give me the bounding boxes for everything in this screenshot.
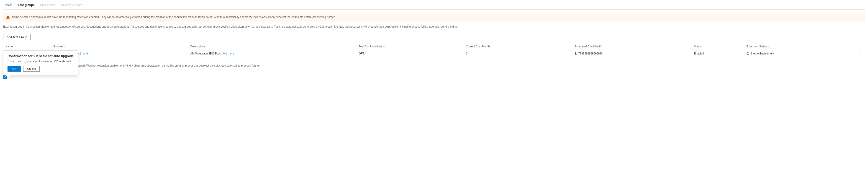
row-extension-status: 3 Auto Enablement [751,52,774,55]
sort-icon: ↑↓ [64,46,66,48]
warning-text: Some selected endpoints do not have the … [12,16,335,19]
row-destinations-more-link[interactable]: + 1 more [223,52,234,55]
row-current-cost: 0 [464,50,572,57]
table-row: SCFAC Vnet1(anujaintopo) + 2 more AMAInt… [3,50,865,57]
tab-test-groups[interactable]: Test groups [17,2,35,9]
col-estimated-cost[interactable]: Estimated Cost/Month↑↓ [572,43,692,50]
row-status: Enabled [692,50,744,57]
ok-button[interactable]: OK [7,66,21,71]
row-estimated-cost: $1.7999999999999998 [572,50,692,57]
tab-create-alert: Create alert [40,2,56,9]
sort-icon: ↑↓ [768,46,770,48]
popover-text: Confirm auto upgradation for selected VM… [7,60,73,63]
sort-icon: ↑↓ [491,46,493,48]
sort-icon: ↑↓ [383,46,385,48]
col-extension-status[interactable]: Extension Status↑↓ [744,43,857,50]
svg-rect-0 [8,17,8,18]
col-sources[interactable]: Sources↑↓ [51,43,188,50]
col-test-configurations[interactable]: Test Configurations↑↓ [356,43,464,50]
add-test-group-button[interactable]: Add Test Group [3,34,31,40]
tab-row: Basics Test groups Create alert Review +… [3,2,865,9]
col-current-cost[interactable]: Current Cost/Month↑↓ [464,43,572,50]
enable-extension-label: Enable Network watcher extension i [3,70,865,74]
sort-icon: ↑↓ [206,46,208,48]
row-test-configurations: GFTJ [356,50,464,57]
sort-icon: ↑↓ [703,46,705,48]
col-destinations[interactable]: Destinations↑↓ [188,43,356,50]
scale-set-note: Some selected scale sets do not allow au… [3,64,865,67]
warning-icon [6,15,10,19]
cancel-button[interactable]: Cancel [23,66,39,71]
svg-rect-1 [8,18,8,18]
test-groups-table: Name Sources↑↓ Destinations↑↓ Test Confi… [3,43,865,57]
col-name[interactable]: Name [3,43,51,50]
row-destinations: AMAIntegrationEU2EUA... [190,52,222,55]
confirmation-popover: Confirmation for VM scale set auto upgra… [3,50,78,76]
warning-banner: Some selected endpoints do not have the … [3,13,865,22]
row-menu-button[interactable]: ··· [857,50,865,57]
sort-icon: ↑↓ [602,46,604,48]
check-icon [4,76,6,78]
row-sources-more-link[interactable]: + 2 more [77,52,88,55]
col-status[interactable]: Status↑↓ [692,43,744,50]
tab-review-create: Review + create [61,2,83,9]
popover-title: Confirmation for VM scale set auto upgra… [7,54,73,58]
intro-text: Each test group in Connection Monitor de… [3,25,865,29]
refresh-icon [746,52,749,55]
tab-basics[interactable]: Basics [3,2,13,9]
